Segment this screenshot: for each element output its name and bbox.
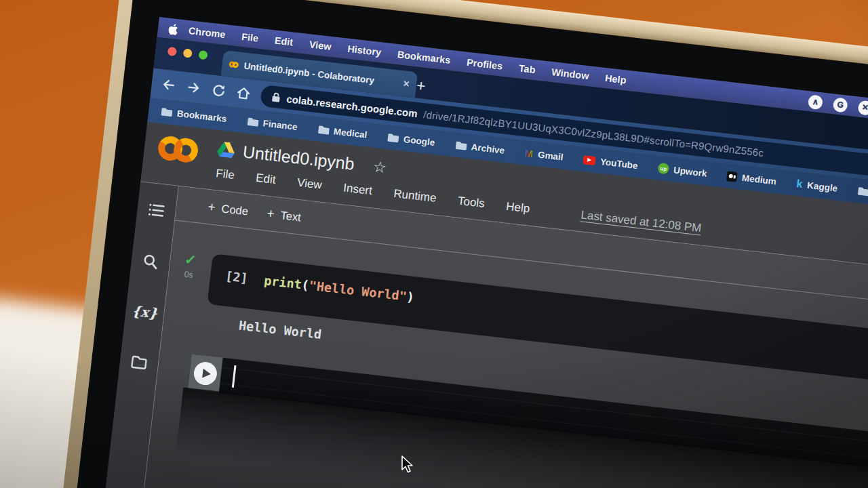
- bookmark-gmail[interactable]: M Gmail: [524, 147, 564, 163]
- tab-close-icon[interactable]: ✕: [402, 79, 410, 89]
- close-window-button[interactable]: [167, 47, 177, 56]
- add-text-label: Text: [280, 209, 302, 224]
- folder-icon: [857, 186, 868, 197]
- files-icon[interactable]: [130, 353, 149, 373]
- vpn-shield-icon[interactable]: ∧: [808, 94, 823, 110]
- bookmark-medium[interactable]: Medium: [726, 171, 776, 186]
- bookmark-label: Archive: [471, 142, 505, 156]
- google-drive-icon: [216, 141, 235, 159]
- colab-logo-icon[interactable]: [154, 135, 199, 187]
- laptop: Chrome File Edit View History Bookmarks …: [95, 17, 868, 488]
- menubar-item-chrome[interactable]: Chrome: [180, 24, 234, 41]
- home-icon[interactable]: [235, 85, 252, 102]
- folder-icon: [387, 132, 399, 143]
- bookmark-label: Gmail: [537, 149, 564, 162]
- medium-icon: [726, 171, 738, 182]
- bookmark-youtube[interactable]: YouTube: [583, 155, 639, 171]
- back-icon[interactable]: [161, 77, 177, 93]
- bookmark-label: YouTube: [599, 157, 638, 171]
- bookmark-label: Finance: [262, 118, 298, 132]
- folder-icon: [317, 125, 330, 136]
- photo-of-laptop: { "chrome": { "menu_bar": { "items": ["C…: [0, 0, 868, 488]
- zoom-window-button[interactable]: [198, 50, 208, 60]
- add-text-button[interactable]: + Text: [267, 206, 302, 225]
- execution-duration: 0s: [174, 268, 203, 281]
- menubar-item-history[interactable]: History: [339, 42, 390, 58]
- forward-icon[interactable]: [185, 79, 201, 96]
- run-cell-button[interactable]: [188, 354, 223, 393]
- execution-count: [2]: [224, 269, 249, 286]
- variables-icon[interactable]: {x}: [132, 302, 159, 321]
- colab-favicon: [229, 61, 239, 68]
- menubar-item-edit[interactable]: Edit: [266, 34, 302, 49]
- menubar-item-view[interactable]: View: [300, 38, 340, 53]
- execution-success-icon: ✓: [176, 251, 205, 268]
- folder-icon: [246, 117, 258, 127]
- bookmark-label: Upwork: [673, 165, 707, 179]
- bookmark-folder-archive[interactable]: Archive: [454, 140, 505, 155]
- last-saved-status[interactable]: Last saved at 12:08 PM: [580, 208, 703, 235]
- folder-icon: [454, 140, 467, 151]
- lock-icon: [271, 92, 281, 102]
- bookmark-label: Medical: [333, 126, 368, 140]
- bookmark-folder-bookmarks[interactable]: Bookmarks: [160, 106, 227, 124]
- bookmark-upwork[interactable]: up Upwork: [658, 163, 708, 179]
- reload-icon[interactable]: [210, 82, 226, 98]
- cell-gutter: ✓ 0s: [172, 249, 205, 303]
- bookmark-label: Kaggle: [807, 180, 838, 193]
- colab-menu-tools[interactable]: Tools: [457, 195, 486, 211]
- code-token-string: "Hello World": [309, 279, 408, 304]
- code-token-paren: ): [406, 289, 415, 304]
- plus-icon: +: [267, 206, 276, 222]
- colab-menu-insert[interactable]: Insert: [342, 181, 373, 198]
- menubar-item-bookmarks[interactable]: Bookmarks: [389, 48, 459, 67]
- status-close-icon[interactable]: ✕: [857, 100, 868, 115]
- star-icon[interactable]: ☆: [372, 158, 388, 177]
- bookmark-label: Bookmarks: [176, 108, 227, 123]
- colab-menu-view[interactable]: View: [296, 176, 323, 192]
- menubar-item-tab[interactable]: Tab: [510, 62, 544, 76]
- colab-menu-runtime[interactable]: Runtime: [393, 187, 437, 205]
- laptop-screen: Chrome File Edit View History Bookmarks …: [95, 17, 868, 488]
- bookmark-folder-medical[interactable]: Medical: [317, 124, 368, 140]
- search-icon[interactable]: [141, 251, 161, 271]
- colab-menu-help[interactable]: Help: [505, 200, 530, 216]
- table-of-contents-icon[interactable]: [146, 201, 166, 220]
- colab-menu-file[interactable]: File: [215, 167, 235, 182]
- colab-menu-edit[interactable]: Edit: [255, 171, 276, 187]
- kaggle-icon: k: [796, 178, 804, 190]
- menubar-item-window[interactable]: Window: [543, 66, 598, 83]
- apple-icon[interactable]: [167, 22, 178, 35]
- add-code-label: Code: [221, 202, 249, 218]
- bookmark-label: Medium: [741, 172, 776, 186]
- bookmark-folder-google[interactable]: Google: [387, 132, 435, 148]
- bookmark-kaggle[interactable]: k Kaggle: [796, 178, 839, 195]
- plus-icon: +: [208, 199, 217, 215]
- folder-icon: [160, 106, 172, 117]
- window-controls: [167, 47, 208, 60]
- upwork-icon: up: [658, 163, 670, 175]
- mouse-cursor: [399, 455, 416, 474]
- new-tab-button[interactable]: +: [416, 78, 427, 94]
- play-icon: [193, 361, 218, 386]
- menubar-item-file[interactable]: File: [233, 30, 267, 45]
- bookmark-label: Google: [403, 134, 435, 147]
- add-code-button[interactable]: + Code: [208, 199, 250, 219]
- grammarly-icon[interactable]: G: [833, 97, 848, 113]
- bookmark-folder-wordpress[interactable]: Wordpress: [857, 186, 868, 203]
- text-cursor: [232, 365, 237, 388]
- menubar-item-profiles[interactable]: Profiles: [458, 56, 511, 73]
- gmail-icon: M: [524, 147, 534, 159]
- menubar-item-help[interactable]: Help: [596, 72, 635, 87]
- bookmark-folder-finance[interactable]: Finance: [246, 116, 298, 131]
- youtube-icon: [583, 155, 596, 165]
- code-token-print: print: [263, 273, 302, 291]
- minimize-window-button[interactable]: [183, 48, 193, 58]
